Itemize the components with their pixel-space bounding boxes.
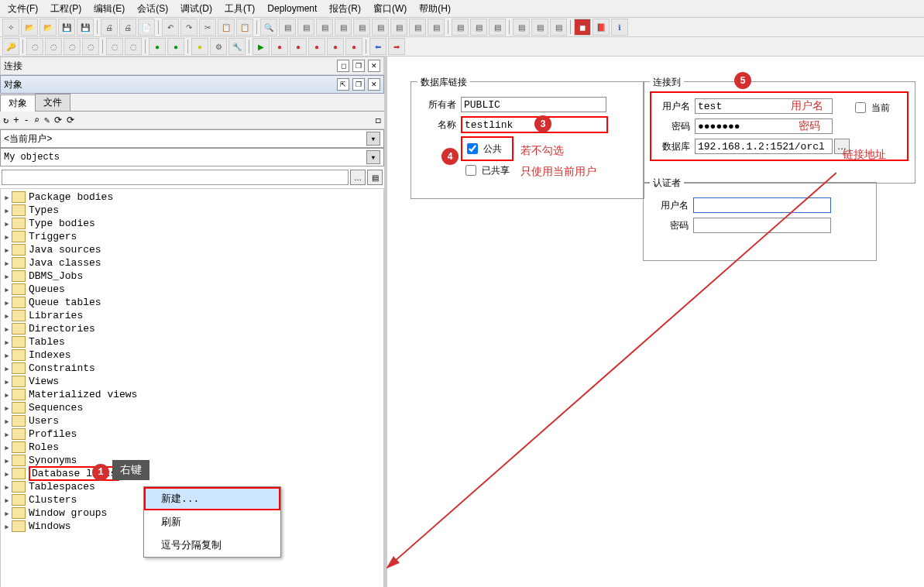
menu-session[interactable]: 会话(S) — [131, 1, 174, 17]
tb-redo-icon[interactable]: ↷ — [180, 19, 198, 36]
tb-2d-icon[interactable]: ◌ — [82, 38, 99, 55]
tb-2e-icon[interactable]: ◌ — [106, 38, 123, 55]
tb-e-icon[interactable]: ▤ — [353, 19, 370, 36]
tb-wrench-icon[interactable]: 🔧 — [228, 38, 246, 55]
expand-icon[interactable]: ▸ — [2, 376, 12, 388]
menu-bar: 文件(F) 工程(P) 编辑(E) 会话(S) 调试(D) 工具(T) Depl… — [0, 0, 924, 18]
tab-objects[interactable]: 对象 — [0, 94, 36, 112]
expand-icon[interactable]: ▸ — [2, 468, 12, 480]
tb-saveall-icon[interactable]: 💾 — [77, 19, 94, 36]
expand-icon[interactable]: ▸ — [2, 389, 12, 401]
expand-icon[interactable]: ▸ — [2, 494, 12, 506]
expand-icon[interactable]: ▸ — [2, 270, 12, 283]
current-checkbox[interactable] — [855, 102, 866, 113]
tb-new-icon[interactable]: ✧ — [2, 19, 19, 36]
tb-2a-icon[interactable]: ◌ — [26, 38, 43, 55]
tb-l-icon[interactable]: ▤ — [489, 19, 506, 36]
tb-run-icon[interactable]: ▶ — [252, 38, 270, 55]
tb-k-icon[interactable]: ▤ — [470, 19, 487, 36]
expand-icon[interactable]: ▸ — [2, 231, 12, 243]
mini-find-icon[interactable]: ⌕ — [34, 115, 40, 125]
expand-icon[interactable]: ▸ — [2, 191, 12, 204]
tb-2b-icon[interactable]: ◌ — [45, 38, 62, 55]
tb-copy-icon[interactable]: 📋 — [218, 19, 235, 36]
tb-stop-icon[interactable]: ● — [271, 38, 288, 55]
menu-deployment[interactable]: Deployment — [261, 2, 323, 15]
context-menu: 新建... 刷新 逗号分隔复制 — [143, 486, 281, 558]
menu-window[interactable]: 窗口(W) — [367, 1, 413, 17]
expand-icon[interactable]: ▸ — [2, 297, 12, 309]
tb-print-icon[interactable]: 🖨 — [101, 19, 118, 36]
mini-a-icon[interactable]: ⟳ — [54, 115, 62, 125]
expand-icon[interactable]: ▸ — [2, 349, 12, 362]
tb-save-icon[interactable]: 💾 — [58, 19, 75, 36]
menu-edit[interactable]: 编辑(E) — [88, 1, 131, 17]
expand-icon[interactable]: ▸ — [2, 362, 12, 375]
mini-expand-icon[interactable]: + — [13, 115, 19, 125]
tb-g-icon[interactable]: ▤ — [390, 19, 407, 36]
menu-report[interactable]: 报告(R) — [323, 1, 367, 17]
expand-icon[interactable]: ▸ — [2, 283, 12, 296]
tb-print2-icon[interactable]: 🖨 — [119, 19, 136, 36]
tb-db-icon[interactable]: ◼ — [574, 19, 591, 36]
tb-cut-icon[interactable]: ✂ — [199, 19, 216, 36]
tb-print3-icon[interactable]: 📄 — [138, 19, 155, 36]
ctx-csv-copy[interactable]: 逗号分隔复制 — [144, 534, 280, 557]
mini-collapse-icon[interactable]: - — [23, 115, 29, 125]
expand-icon[interactable]: ▸ — [2, 402, 12, 414]
tb-yellow-icon[interactable]: ● — [191, 38, 208, 55]
tree-node-label: Types — [29, 204, 59, 216]
folder-icon — [12, 402, 26, 414]
tb-green2-icon[interactable]: ● — [167, 38, 184, 55]
tb-undo-icon[interactable]: ↶ — [162, 19, 179, 36]
tb-o-icon[interactable]: ▤ — [550, 19, 567, 36]
tb-i-icon[interactable]: ▤ — [428, 19, 445, 36]
expand-icon[interactable]: ▸ — [2, 455, 12, 467]
mini-edit-icon[interactable]: ✎ — [44, 115, 50, 125]
expand-icon[interactable]: ▸ — [2, 244, 12, 256]
tb-pdf-icon[interactable]: 📕 — [593, 19, 610, 36]
ctx-refresh[interactable]: 刷新 — [144, 510, 280, 534]
expand-icon[interactable]: ▸ — [2, 481, 12, 493]
expand-icon[interactable]: ▸ — [2, 204, 12, 217]
mini-refresh-icon[interactable]: ↻ — [3, 115, 9, 125]
ctx-new[interactable]: 新建... — [144, 487, 280, 510]
tb-open2-icon[interactable]: 📂 — [40, 19, 57, 36]
expand-icon[interactable]: ▸ — [2, 310, 12, 322]
expand-icon[interactable]: ▸ — [2, 441, 12, 454]
callout-3: 3 — [534, 115, 551, 132]
tb-green1-icon[interactable]: ● — [149, 38, 166, 55]
tab-files[interactable]: 文件 — [35, 94, 70, 111]
tb-d-icon[interactable]: ▤ — [335, 19, 352, 36]
tb-key-icon[interactable]: 🔑 — [2, 38, 19, 55]
tb-info-icon[interactable]: ℹ — [611, 19, 628, 36]
tb-gear-icon[interactable]: ⚙ — [210, 38, 227, 55]
expand-icon[interactable]: ▸ — [2, 257, 12, 269]
tb-n-icon[interactable]: ▤ — [531, 19, 548, 36]
expand-icon[interactable]: ▸ — [2, 323, 12, 335]
expand-icon[interactable]: ▸ — [2, 336, 12, 348]
expand-icon[interactable]: ▸ — [2, 428, 12, 441]
tb-open-icon[interactable]: 📂 — [21, 19, 38, 36]
expand-icon[interactable]: ▸ — [2, 507, 12, 520]
expand-icon[interactable]: ▸ — [2, 415, 12, 427]
tb-find-icon[interactable]: 🔍 — [260, 19, 277, 36]
tb-b-icon[interactable]: ▤ — [297, 19, 314, 36]
menu-tools[interactable]: 工具(T) — [218, 1, 261, 17]
tb-j-icon[interactable]: ▤ — [452, 19, 469, 36]
tb-m-icon[interactable]: ▤ — [513, 19, 530, 36]
mini-b-icon[interactable]: ⟳ — [67, 115, 74, 125]
expand-icon[interactable]: ▸ — [2, 520, 12, 533]
expand-icon[interactable]: ▸ — [2, 218, 12, 230]
menu-help[interactable]: 帮助(H) — [413, 1, 457, 17]
tb-2f-icon[interactable]: ◌ — [125, 38, 142, 55]
tb-2c-icon[interactable]: ◌ — [64, 38, 81, 55]
menu-debug[interactable]: 调试(D) — [174, 1, 218, 17]
tb-a-icon[interactable]: ▤ — [279, 19, 296, 36]
tb-h-icon[interactable]: ▤ — [409, 19, 426, 36]
tb-f-icon[interactable]: ▤ — [372, 19, 389, 36]
tb-paste-icon[interactable]: 📋 — [236, 19, 253, 36]
menu-project[interactable]: 工程(P) — [44, 1, 88, 17]
menu-file[interactable]: 文件(F) — [2, 1, 44, 17]
tb-c-icon[interactable]: ▤ — [316, 19, 333, 36]
